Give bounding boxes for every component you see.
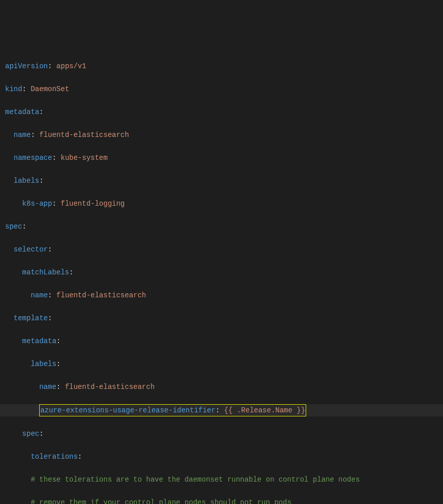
code-line: kind: DaemonSet [0, 83, 443, 95]
code-line: namespace: kube-system [0, 152, 443, 164]
yaml-value: fluentd-elasticsearch [56, 291, 146, 299]
yaml-key: selector [14, 245, 48, 254]
yaml-key: kind [5, 85, 22, 93]
yaml-key: spec [22, 430, 40, 438]
code-line: matchLabels: [0, 267, 443, 278]
code-line: labels: [0, 175, 443, 187]
yaml-key: metadata [22, 337, 56, 345]
yaml-key: labels [14, 177, 39, 185]
yaml-key: template [14, 314, 48, 322]
yaml-value: fluentd-elasticsearch [39, 131, 129, 139]
code-line: name: fluentd-elasticsearch [0, 290, 443, 301]
highlighted-line: azure-extensions-usage-release-identifie… [0, 404, 443, 417]
yaml-key: tolerations [31, 453, 77, 461]
code-line: labels: [0, 358, 443, 370]
yaml-key: namespace [14, 154, 52, 162]
code-line: name: fluentd-elasticsearch [0, 381, 443, 393]
code-line: metadata: [0, 335, 443, 347]
code-line: tolerations: [0, 451, 443, 463]
yaml-value: apps/v1 [56, 62, 86, 70]
yaml-key: azure-extensions-usage-release-identifie… [40, 406, 215, 414]
code-line: template: [0, 313, 443, 324]
code-line: spec: [0, 221, 443, 233]
code-line: apiVersion: apps/v1 [0, 61, 443, 72]
code-line: # remove them if your control plane node… [0, 497, 443, 505]
code-line: metadata: [0, 106, 443, 118]
yaml-key: apiVersion [5, 62, 48, 70]
yaml-value: {{ .Release.Name }} [224, 406, 306, 414]
code-line: selector: [0, 244, 443, 256]
code-line: k8s-app: fluentd-logging [0, 198, 443, 210]
yaml-key: spec [5, 222, 22, 231]
yaml-key: metadata [5, 108, 39, 116]
code-block: apiVersion: apps/v1 kind: DaemonSet meta… [0, 49, 443, 504]
code-line: spec: [0, 428, 443, 440]
yaml-key: matchLabels [22, 268, 69, 276]
highlight-box: azure-extensions-usage-release-identifie… [39, 404, 306, 417]
code-line: name: fluentd-elasticsearch [0, 129, 443, 141]
yaml-key: name [39, 383, 56, 391]
yaml-key: name [31, 291, 48, 299]
yaml-value: fluentd-elasticsearch [65, 383, 155, 391]
code-line: # these tolerations are to have the daem… [0, 474, 443, 486]
yaml-comment: # these tolerations are to have the daem… [31, 475, 360, 484]
yaml-value: fluentd-logging [61, 200, 125, 208]
yaml-value: DaemonSet [31, 85, 69, 93]
yaml-key: labels [31, 360, 56, 368]
yaml-comment: # remove them if your control plane node… [31, 498, 291, 505]
yaml-value: kube-system [61, 154, 107, 162]
yaml-key: name [14, 131, 31, 139]
yaml-key: k8s-app [22, 200, 52, 208]
